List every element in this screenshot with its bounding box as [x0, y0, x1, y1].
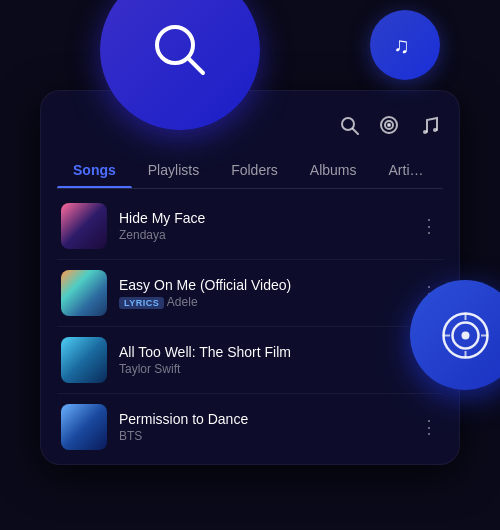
more-options-button[interactable]: ⋮ — [418, 418, 439, 437]
song-item[interactable]: Hide My Face Zendaya ⋮ — [57, 193, 443, 260]
svg-point-9 — [433, 128, 437, 132]
svg-point-8 — [423, 130, 427, 134]
song-info: Permission to Dance BTS — [119, 411, 406, 443]
lyrics-badge: LYRICS — [119, 297, 164, 309]
music-note-circle[interactable]: ♫ — [370, 10, 440, 80]
target-icon[interactable] — [379, 115, 399, 140]
tabs-row: Songs Playlists Folders Albums Arti… — [57, 152, 443, 189]
svg-line-1 — [188, 58, 203, 73]
music-note-icon: ♫ — [389, 29, 421, 61]
song-info: Easy On Me (Official Video) LYRICS Adele — [119, 277, 406, 309]
search-icon[interactable] — [339, 115, 359, 140]
top-icons-row — [57, 107, 443, 152]
song-thumbnail — [61, 337, 107, 383]
svg-point-7 — [388, 124, 390, 126]
song-title: Easy On Me (Official Video) — [119, 277, 406, 293]
song-title: Permission to Dance — [119, 411, 406, 427]
song-thumbnail — [61, 404, 107, 450]
tab-artists[interactable]: Arti… — [373, 152, 440, 188]
radar-icon — [438, 308, 493, 363]
song-item[interactable]: Easy On Me (Official Video) LYRICS Adele… — [57, 260, 443, 327]
song-title: Hide My Face — [119, 210, 406, 226]
svg-text:♫: ♫ — [393, 33, 410, 58]
svg-line-4 — [353, 129, 358, 134]
song-info: Hide My Face Zendaya — [119, 210, 406, 242]
song-artist: Zendaya — [119, 228, 406, 242]
tab-songs[interactable]: Songs — [57, 152, 132, 188]
svg-point-3 — [342, 118, 354, 130]
song-artist: Taylor Swift — [119, 362, 406, 376]
song-thumbnail — [61, 203, 107, 249]
song-artist: BTS — [119, 429, 406, 443]
more-options-button[interactable]: ⋮ — [418, 217, 439, 236]
main-card: Songs Playlists Folders Albums Arti… Hid… — [40, 90, 460, 465]
song-item[interactable]: Permission to Dance BTS ⋮ — [57, 394, 443, 460]
music-icon[interactable] — [419, 115, 439, 140]
song-artist: LYRICS Adele — [119, 295, 406, 309]
search-circle-icon — [145, 15, 215, 85]
song-info: All Too Well: The Short Film Taylor Swif… — [119, 344, 406, 376]
svg-point-12 — [461, 331, 469, 339]
song-title: All Too Well: The Short Film — [119, 344, 406, 360]
tab-playlists[interactable]: Playlists — [132, 152, 215, 188]
song-thumbnail — [61, 270, 107, 316]
tab-folders[interactable]: Folders — [215, 152, 294, 188]
song-item[interactable]: All Too Well: The Short Film Taylor Swif… — [57, 327, 443, 394]
tab-albums[interactable]: Albums — [294, 152, 373, 188]
song-list: Hide My Face Zendaya ⋮ Easy On Me (Offic… — [57, 189, 443, 464]
app-scene: ♫ — [0, 0, 500, 530]
